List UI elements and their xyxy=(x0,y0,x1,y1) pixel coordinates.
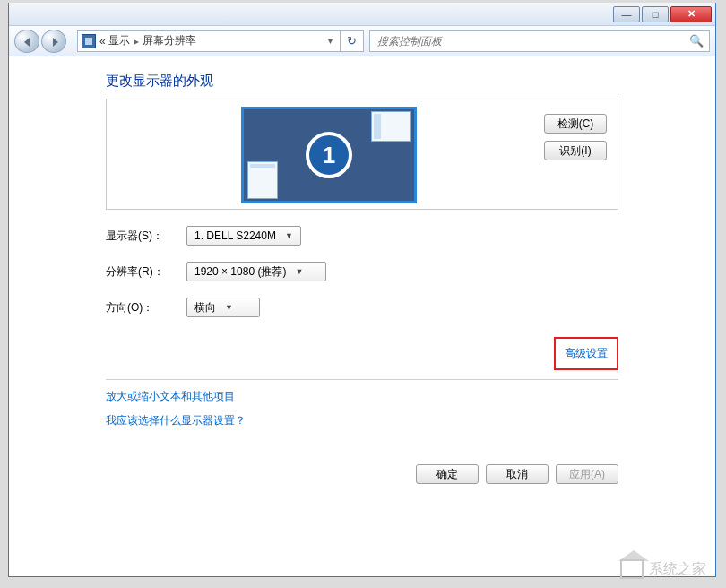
desktop-preview: 1 xyxy=(241,107,417,203)
maximize-button[interactable]: □ xyxy=(642,6,669,22)
navbar: « 显示 ▸ 屏幕分辨率 ▾ ↻ 🔍 xyxy=(9,26,715,56)
chevron-down-icon: ▼ xyxy=(225,303,233,312)
orientation-combobox[interactable]: 横向 ▼ xyxy=(186,298,260,317)
text-size-link[interactable]: 放大或缩小文本和其他项目 xyxy=(106,389,618,404)
advanced-settings-link[interactable]: 高级设置 xyxy=(565,347,608,359)
chevron-down-icon: ▼ xyxy=(295,267,303,276)
titlebar: — □ ✕ xyxy=(9,3,715,26)
refresh-icon: ↻ xyxy=(347,34,357,48)
preview-window-icon xyxy=(371,111,411,142)
preview-window-icon xyxy=(247,161,278,199)
address-dropdown-icon[interactable]: ▾ xyxy=(324,36,336,46)
chevron-down-icon: ▼ xyxy=(285,231,293,240)
nav-forward-icon[interactable] xyxy=(41,30,66,53)
resolution-value: 1920 × 1080 (推荐) xyxy=(194,264,286,280)
window: — □ ✕ « 显示 ▸ 屏幕分辨率 ▾ ↻ 🔍 更改显示器的外观 xyxy=(8,3,716,577)
display-combobox[interactable]: 1. DELL S2240M ▼ xyxy=(186,226,301,246)
orientation-label: 方向(O)： xyxy=(106,300,186,316)
content: 更改显示器的外观 1 检测(C) 识别(I) 显示器(S)： 1. xyxy=(9,56,715,576)
search-icon[interactable]: 🔍 xyxy=(689,34,704,48)
identify-button[interactable]: 识别(I) xyxy=(544,141,607,160)
resolution-combobox[interactable]: 1920 × 1080 (推荐) ▼ xyxy=(186,262,326,281)
monitor-preview[interactable]: 1 xyxy=(241,107,417,203)
orientation-value: 横向 xyxy=(194,300,216,316)
search-input[interactable] xyxy=(376,34,689,48)
apply-button: 应用(A) xyxy=(556,464,618,484)
refresh-button[interactable]: ↻ xyxy=(341,30,364,52)
display-preview-box: 1 检测(C) 识别(I) xyxy=(106,99,618,210)
search-box: 🔍 xyxy=(369,30,710,52)
monitor-number-badge: 1 xyxy=(306,132,352,178)
control-panel-icon xyxy=(82,34,96,48)
address-bar[interactable]: « 显示 ▸ 屏幕分辨率 ▾ xyxy=(77,30,341,52)
detect-button[interactable]: 检测(C) xyxy=(544,114,607,134)
close-button[interactable]: ✕ xyxy=(670,6,712,22)
cancel-button[interactable]: 取消 xyxy=(486,464,549,484)
breadcrumb-chevrons: « xyxy=(99,35,106,48)
breadcrumb-resolution[interactable]: 屏幕分辨率 xyxy=(143,33,196,48)
breadcrumb-sep-icon: ▸ xyxy=(134,35,139,48)
divider xyxy=(106,379,618,380)
ok-button[interactable]: 确定 xyxy=(416,464,479,484)
which-display-link[interactable]: 我应该选择什么显示器设置？ xyxy=(106,413,618,428)
nav-back-icon[interactable] xyxy=(14,30,39,53)
highlight-box: 高级设置 xyxy=(554,337,618,370)
page-title: 更改显示器的外观 xyxy=(106,73,618,90)
minimize-button[interactable]: — xyxy=(613,6,640,22)
display-label: 显示器(S)： xyxy=(106,229,186,244)
display-value: 1. DELL S2240M xyxy=(194,229,276,242)
resolution-label: 分辨率(R)： xyxy=(106,264,186,280)
breadcrumb-display[interactable]: 显示 xyxy=(108,33,130,48)
